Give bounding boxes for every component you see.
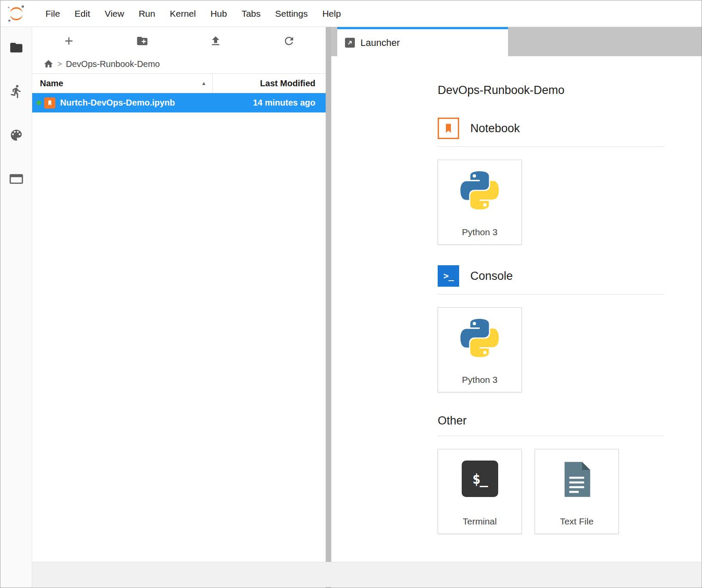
launcher-card-terminal[interactable]: $_ Terminal (438, 449, 522, 534)
terminal-icon: $_ (462, 461, 498, 497)
launcher-card-python3-notebook[interactable]: Python 3 (438, 160, 522, 245)
file-browser-panel: > DevOps-Runbook-Demo Name ▲ Last Modifi… (32, 27, 326, 588)
section-divider (438, 146, 664, 147)
menu-view[interactable]: View (97, 9, 131, 19)
file-list-header: Name ▲ Last Modified (32, 73, 326, 93)
file-last-modified: 14 minutes ago (253, 98, 326, 108)
launcher-section-other: Other $_ Terminal (438, 413, 664, 534)
console-icon: >_ (438, 265, 459, 287)
column-header-name[interactable]: Name ▲ (32, 74, 212, 93)
open-tabs-icon[interactable] (8, 170, 25, 188)
launcher-tab-icon (345, 38, 355, 48)
menu-settings[interactable]: Settings (268, 9, 315, 19)
sort-ascending-icon: ▲ (201, 80, 206, 86)
card-label: Terminal (463, 516, 496, 527)
menu-bar: File Edit View Run Kernel Hub Tabs Setti… (0, 0, 702, 27)
menu-help[interactable]: Help (315, 9, 348, 19)
notebook-icon (438, 118, 459, 139)
menu-file[interactable]: File (38, 9, 67, 19)
python-logo-icon (460, 171, 499, 210)
new-launcher-plus-icon[interactable] (32, 35, 106, 47)
card-label: Python 3 (462, 375, 498, 385)
file-browser-tab-folder-icon[interactable] (8, 39, 25, 56)
launcher-section-notebook: Notebook Python (438, 118, 664, 245)
launcher-panel: DevOps-Runbook-Demo Notebook (331, 56, 702, 588)
section-divider (438, 436, 664, 436)
upload-icon[interactable] (179, 35, 252, 47)
menu-items: File Edit View Run Kernel Hub Tabs Setti… (38, 9, 348, 19)
section-label-other: Other (438, 414, 467, 427)
section-label-console: Console (470, 270, 513, 283)
tab-launcher-label: Launcher (360, 37, 400, 48)
window-bottom-strip (32, 562, 701, 587)
launcher-title: DevOps-Runbook-Demo (438, 84, 664, 97)
python-logo-icon (460, 319, 499, 358)
file-row-selected[interactable]: Nurtch-DevOps-Demo.ipynb 14 minutes ago (32, 93, 326, 112)
section-divider (438, 294, 664, 294)
menu-edit[interactable]: Edit (67, 9, 97, 19)
breadcrumb-separator: > (57, 60, 62, 69)
breadcrumb-current-folder: DevOps-Runbook-Demo (66, 59, 160, 69)
jupyterlab-window: File Edit View Run Kernel Hub Tabs Setti… (0, 0, 702, 588)
launcher-card-text-file[interactable]: Text File (535, 449, 619, 534)
command-palette-icon[interactable] (8, 127, 25, 144)
text-file-icon (560, 461, 593, 498)
menu-tabs[interactable]: Tabs (234, 9, 268, 19)
running-sessions-running-man-icon[interactable] (8, 83, 25, 100)
file-name: Nurtch-DevOps-Demo.ipynb (60, 98, 253, 108)
menu-run[interactable]: Run (131, 9, 163, 19)
menu-hub[interactable]: Hub (203, 9, 234, 19)
section-label-notebook: Notebook (470, 122, 520, 135)
column-modified-label: Last Modified (260, 79, 315, 88)
notebook-file-icon (44, 97, 55, 109)
refresh-icon[interactable] (252, 35, 326, 47)
tab-bar: Launcher (331, 27, 702, 56)
column-header-last-modified[interactable]: Last Modified (212, 74, 326, 93)
panel-splitter[interactable] (326, 27, 331, 588)
kernel-running-indicator (36, 100, 41, 105)
card-label: Text File (560, 516, 593, 527)
launcher-section-console: >_ Console (438, 265, 664, 392)
column-name-label: Name (40, 79, 63, 88)
tab-launcher[interactable]: Launcher (337, 27, 508, 56)
file-browser-toolbar (32, 27, 326, 55)
main-area: Launcher DevOps-Runbook-Demo Notebook (331, 27, 702, 588)
breadcrumb: > DevOps-Runbook-Demo (32, 55, 326, 73)
home-icon[interactable] (43, 59, 54, 69)
activity-bar (0, 27, 32, 588)
card-label: Python 3 (462, 227, 498, 237)
jupyter-logo-icon (6, 4, 26, 24)
new-folder-icon[interactable] (106, 35, 179, 47)
menu-kernel[interactable]: Kernel (163, 9, 203, 19)
launcher-card-python3-console[interactable]: Python 3 (438, 307, 522, 392)
